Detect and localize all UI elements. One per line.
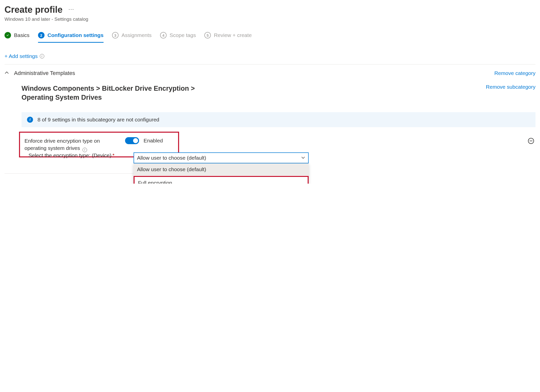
- dropdown-encryption-type: Allow user to choose (default) Full encr…: [134, 163, 309, 184]
- remove-setting-icon[interactable]: [528, 138, 534, 144]
- option-full-encryption[interactable]: Full encryption: [135, 177, 308, 184]
- divider: [5, 64, 535, 64]
- step-assignments[interactable]: 3 Assignments: [112, 32, 152, 43]
- required-asterisk: *: [113, 152, 115, 158]
- chevron-down-icon: [301, 155, 305, 161]
- info-icon[interactable]: i: [83, 148, 87, 152]
- category-title: Administrative Templates: [14, 70, 75, 76]
- info-banner: i 8 of 9 settings in this subcategory ar…: [22, 112, 535, 127]
- step-label: Review + create: [214, 32, 252, 38]
- page-subtitle: Windows 10 and later - Settings catalog: [5, 16, 535, 22]
- step-basics[interactable]: Basics: [5, 32, 30, 43]
- info-icon[interactable]: i: [40, 54, 44, 58]
- subcategory-title: Windows Components > BitLocker Drive Enc…: [22, 84, 222, 102]
- remove-subcategory-link[interactable]: Remove subcategory: [486, 84, 535, 90]
- step-review-create[interactable]: 5 Review + create: [204, 32, 252, 43]
- field-label-encryption-type: Select the encryption type: (Device): [29, 152, 112, 158]
- highlighted-options: Full encryption Used Space Only encrypti…: [134, 176, 309, 184]
- step-number-icon: 3: [112, 32, 119, 38]
- toggle-enforce-encryption[interactable]: [125, 137, 139, 144]
- wizard-stepper: Basics 2 Configuration settings 3 Assign…: [5, 32, 535, 43]
- page-title: Create profile: [5, 4, 63, 15]
- option-allow-user-choose[interactable]: Allow user to choose (default): [134, 163, 309, 175]
- step-number-icon: 4: [160, 32, 167, 38]
- step-label: Configuration settings: [48, 32, 104, 38]
- step-number-icon: 2: [38, 32, 45, 38]
- step-label: Basics: [14, 32, 30, 38]
- step-label: Scope tags: [170, 32, 196, 38]
- toggle-state-label: Enabled: [144, 138, 163, 144]
- add-settings-link[interactable]: + Add settings: [5, 53, 38, 59]
- more-actions-ellipsis-icon[interactable]: ···: [69, 6, 74, 13]
- checkmark-icon: [5, 32, 11, 38]
- step-label: Assignments: [122, 32, 152, 38]
- remove-category-link[interactable]: Remove category: [494, 70, 535, 76]
- banner-text: 8 of 9 settings in this subcategory are …: [38, 117, 159, 123]
- step-configuration-settings[interactable]: 2 Configuration settings: [38, 32, 104, 43]
- chevron-up-icon[interactable]: [5, 70, 9, 76]
- select-encryption-type[interactable]: Allow user to choose (default): [134, 152, 309, 163]
- step-scope-tags[interactable]: 4 Scope tags: [160, 32, 196, 43]
- setting-label: Enforce drive encryption type on operati…: [25, 137, 110, 152]
- step-number-icon: 5: [204, 32, 211, 38]
- select-value: Allow user to choose (default): [137, 155, 206, 161]
- info-icon: i: [27, 117, 33, 123]
